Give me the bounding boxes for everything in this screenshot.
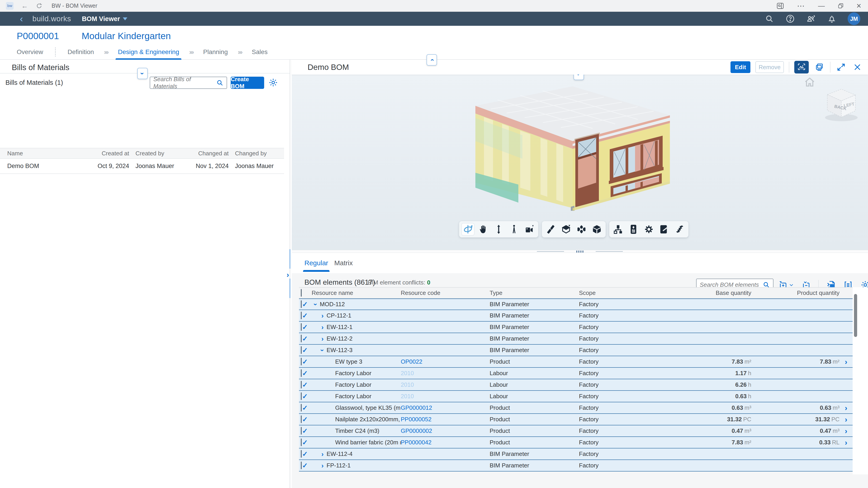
snapshot-tool-icon[interactable] <box>658 223 671 236</box>
resource-code-link[interactable]: OP0022 <box>401 358 490 365</box>
resource-code-link[interactable]: PP0000042 <box>401 439 490 446</box>
pan-tool-icon[interactable] <box>477 223 490 236</box>
remove-button[interactable]: Remove <box>755 61 784 73</box>
close-icon[interactable] <box>852 62 863 73</box>
table-scrollbar[interactable] <box>854 294 857 337</box>
window-restore-icon[interactable] <box>837 3 844 9</box>
row-details-chevron-icon[interactable]: › <box>839 415 852 424</box>
row-details-chevron-icon[interactable]: › <box>839 357 852 366</box>
row-checkbox[interactable] <box>301 427 302 435</box>
window-minimize-icon[interactable]: — <box>818 2 825 10</box>
select-all-checkbox[interactable] <box>301 289 302 297</box>
bom-table-row[interactable]: ›MOD-112BIM ParameterFactory <box>299 299 852 310</box>
navigation-cube[interactable]: BACK LEFT <box>821 84 862 124</box>
edit-button[interactable]: Edit <box>731 61 750 73</box>
browser-sidebar-search-icon[interactable] <box>776 2 784 10</box>
bom-table-row[interactable]: ›EW-112-1BIM ParameterFactory <box>299 322 852 333</box>
tab-matrix[interactable]: Matrix <box>334 259 353 267</box>
panel-splitter-vertical[interactable]: › <box>290 60 290 488</box>
properties-tool-icon[interactable] <box>627 223 640 236</box>
panel-splitter-horizontal[interactable] <box>292 250 868 253</box>
col-changed-by[interactable]: Changed by <box>229 150 277 157</box>
bom-table-row[interactable]: ›EW-112-3BIM ParameterFactory <box>299 345 852 356</box>
viewer-home-icon[interactable] <box>803 76 816 89</box>
left-panel-collapse-button[interactable]: › <box>137 68 148 79</box>
row-checkbox[interactable] <box>301 323 302 331</box>
3d-viewer-canvas[interactable]: › <box>292 74 868 250</box>
settings-tool-icon[interactable] <box>642 223 655 236</box>
resource-code-link[interactable]: PP0000052 <box>401 416 490 423</box>
resource-code-link[interactable]: GP0000002 <box>401 427 490 434</box>
window-close-icon[interactable]: × <box>857 1 861 11</box>
orbit-tool-icon[interactable] <box>461 223 474 236</box>
row-checkbox[interactable] <box>301 461 302 469</box>
col-created-at[interactable]: Created at <box>95 150 129 157</box>
col-product-quantity[interactable]: Product quantity <box>751 289 839 297</box>
layers-tool-icon[interactable] <box>673 223 686 236</box>
hierarchy-tool-icon[interactable] <box>612 223 625 236</box>
duplicate-view-icon[interactable] <box>814 62 825 73</box>
browser-back-icon[interactable]: ← <box>21 2 28 10</box>
shell-search-icon[interactable] <box>765 14 774 24</box>
row-checkbox[interactable] <box>301 346 302 354</box>
col-name[interactable]: Name <box>7 150 95 157</box>
bom-table-row[interactable]: EW type 3OP0022ProductFactory7.83m²7.83m… <box>299 356 852 368</box>
create-bom-button[interactable]: Create BOM <box>231 77 264 89</box>
row-checkbox[interactable] <box>301 450 302 458</box>
viewer-collapse-down-button[interactable]: › <box>574 74 584 80</box>
fullscreen-icon[interactable] <box>835 62 847 73</box>
col-created-by[interactable]: Created by <box>129 150 178 157</box>
bom-table-row[interactable]: Nailplate 2x120x200mm, galvPP0000052Prod… <box>299 414 852 425</box>
app-switch-caret-icon[interactable] <box>123 18 127 20</box>
measure-tool-icon[interactable] <box>544 223 557 236</box>
viewer-toggle-button[interactable] <box>794 61 809 73</box>
tab-definition[interactable]: Definition <box>68 49 94 56</box>
shell-users-icon[interactable] <box>806 14 816 24</box>
tab-planning[interactable]: Planning <box>203 49 228 56</box>
building-model[interactable] <box>466 84 676 211</box>
row-checkbox[interactable] <box>301 416 302 423</box>
row-checkbox[interactable] <box>301 358 302 365</box>
tab-design-engineering[interactable]: Design & Engineering <box>118 49 179 56</box>
col-resource-code[interactable]: Resource code <box>401 289 490 297</box>
bom-table-row[interactable]: Factory Labor2010LabourFactory1.17h <box>299 368 852 379</box>
shell-notifications-icon[interactable] <box>827 14 837 24</box>
bom-table-row[interactable]: Glasswool, type KL35 (m3)GP0000012Produc… <box>299 402 852 414</box>
bills-table-settings-icon[interactable] <box>268 78 278 88</box>
row-checkbox[interactable] <box>301 312 302 319</box>
browser-menu-icon[interactable]: ⋯ <box>797 1 805 10</box>
row-details-chevron-icon[interactable]: › <box>839 426 852 435</box>
camera-tool-icon[interactable] <box>523 223 536 236</box>
bom-table-row[interactable]: ›CP-112-1BIM ParameterFactory <box>299 310 852 322</box>
col-resource-name[interactable]: Resource name <box>312 289 401 297</box>
tab-regular[interactable]: Regular <box>304 259 328 267</box>
splitter-expand-icon[interactable]: › <box>286 270 289 279</box>
row-checkbox[interactable] <box>301 438 302 446</box>
resource-code-link[interactable]: GP0000012 <box>401 404 490 411</box>
user-avatar[interactable]: JM <box>848 12 860 25</box>
bom-table-row[interactable]: Wind barrier fabric (20m roll)PP0000042P… <box>299 437 852 449</box>
row-checkbox[interactable] <box>301 392 302 400</box>
row-details-chevron-icon[interactable]: › <box>839 438 852 447</box>
row-checkbox[interactable] <box>301 404 302 411</box>
bills-table-row[interactable]: Demo BOMOct 9, 2024Joonas MauerNov 1, 20… <box>0 159 284 174</box>
viewer-collapse-up-button[interactable]: › <box>427 54 437 66</box>
zoom-tool-icon[interactable] <box>492 223 505 236</box>
row-details-chevron-icon[interactable]: › <box>839 403 852 412</box>
browser-reload-icon[interactable] <box>36 2 42 9</box>
bom-table-row[interactable]: ›EW-112-2BIM ParameterFactory <box>299 333 852 345</box>
tab-sales[interactable]: Sales <box>252 49 268 56</box>
walk-tool-icon[interactable] <box>507 223 521 236</box>
row-checkbox[interactable] <box>301 381 302 389</box>
explode-tool-icon[interactable] <box>575 223 588 236</box>
bom-table-row[interactable]: Timber C24 (m3)GP0000002ProductFactory0.… <box>299 425 852 437</box>
row-checkbox[interactable] <box>301 369 302 377</box>
col-scope[interactable]: Scope <box>579 289 683 297</box>
tab-overview[interactable]: Overview <box>17 49 43 56</box>
section-tool-icon[interactable] <box>560 223 572 236</box>
shell-app-title[interactable]: BOM Viewer <box>82 15 120 23</box>
bom-table-row[interactable]: Factory Labor2010LabourFactory0.63h <box>299 391 852 402</box>
splitter-grip-icon[interactable] <box>577 250 584 252</box>
row-checkbox[interactable] <box>301 300 302 308</box>
model-tool-icon[interactable] <box>590 223 603 236</box>
